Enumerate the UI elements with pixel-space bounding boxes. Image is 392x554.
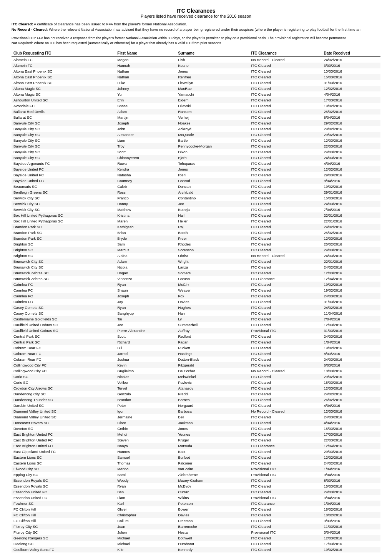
surname-cell: Kennedy (176, 547, 249, 552)
date-cell: 19/02/2016 (322, 547, 380, 552)
club-cell: Berwick City SC (12, 207, 115, 212)
club-cell: Goulburn Valley Suns FC (12, 547, 115, 552)
itc-clearance-cell: ITC Cleared (249, 74, 322, 80)
surname-cell: Jackman (176, 420, 249, 426)
date-cell: 10/03/2016 (322, 68, 380, 74)
date-cell: 4/04/2016 (322, 91, 380, 97)
date-cell: 11/04/2016 (322, 310, 380, 316)
date-cell: 22/03/2016 (322, 437, 380, 443)
table-row: East Brighton United FCNaoyaMatsudaITC C… (12, 443, 380, 449)
date-cell: 24/03/2016 (322, 293, 380, 299)
first-name-cell: Johnny (115, 86, 176, 91)
col-date-received: Date Received (322, 50, 380, 57)
table-row: Brunswick City SCAdamWrightITC Cleared22… (12, 259, 380, 264)
table-row: Goulburn Valley Suns FCKileKennedyITC Cl… (12, 547, 380, 552)
table-row: Brunswick City SCNicolaLanzaITC Cleared2… (12, 264, 380, 270)
itc-clearance-cell: ITC Cleared (249, 357, 322, 362)
surname-cell: van Zelm (176, 466, 249, 472)
first-name-cell: Jermaine (115, 414, 176, 420)
first-name-cell: Kristina (115, 212, 176, 218)
itc-clearance-cell: ITC Cleared (249, 437, 322, 443)
table-row: Elwood City SCMennovan ZelmProvisional I… (12, 466, 380, 472)
date-cell: 24/03/2016 (322, 489, 380, 495)
surname-cell: Auffray (176, 328, 249, 333)
date-cell: 6/03/2016 (322, 362, 380, 368)
surname-cell: Coraso (176, 276, 249, 282)
clearances-table: Club Requesting ITC First Name Surname I… (12, 50, 380, 554)
date-cell: 24/03/2016 (322, 247, 380, 253)
first-name-cell: Richard (115, 339, 176, 345)
first-name-cell: Caleb (115, 184, 176, 189)
legend-section: ITC Cleared: A certificate of clearance … (12, 22, 380, 33)
itc-clearance-cell: ITC Clearance (249, 443, 322, 449)
itc-clearance-cell: ITC Cleared (249, 287, 322, 293)
first-name-cell: Jay (115, 299, 176, 305)
first-name-cell: Joseph (115, 293, 176, 299)
table-row: Berwick City SCDannyJeeITC Cleared24/03/… (12, 201, 380, 207)
col-first-name: First Name (115, 50, 176, 57)
date-cell: 17/03/2016 (322, 541, 380, 547)
surname-cell: Keane (176, 63, 249, 68)
itc-clearance-cell: ITC Cleared (249, 351, 322, 357)
first-name-cell: Ben (115, 489, 176, 495)
first-name-cell: Tervel (115, 385, 176, 391)
club-cell: Corio SC (12, 380, 115, 385)
surname-cell: Curran (176, 489, 249, 495)
club-cell: Banyule City SC (12, 126, 115, 132)
club-cell: Bayside Argonauts FC (12, 161, 115, 166)
itc-clearance-cell: ITC Cleared (249, 189, 322, 195)
itc-cleared-label: ITC Cleared: (12, 22, 33, 26)
surname-cell: Redford (176, 333, 249, 339)
date-cell: 29/02/2016 (322, 120, 380, 126)
surname-cell: Dixon (176, 149, 249, 155)
itc-clearance-cell: ITC Cleared (249, 426, 322, 431)
itc-clearance-cell: ITC Cleared (249, 264, 322, 270)
date-cell: 12/04/2016 (322, 443, 380, 449)
club-cell: Collingwood City FC (12, 368, 115, 374)
date-cell: 3/04/2016 (322, 495, 380, 501)
table-row: Cairnlea FCJosephFoxITC Cleared24/03/201… (12, 293, 380, 299)
surname-cell: Jones (176, 166, 249, 172)
first-name-cell: Kathigesh (115, 224, 176, 230)
itc-clearance-cell: ITC Cleared (249, 132, 322, 138)
first-name-cell: Ruwai (115, 161, 176, 166)
club-cell: Banyule City SC (12, 155, 115, 161)
surname-cell: Han (176, 310, 249, 316)
itc-clearance-cell: ITC Cleared (249, 345, 322, 351)
first-name-cell: Erin (115, 97, 176, 103)
first-name-cell: Mehdi (115, 431, 176, 437)
page-subtitle: Players listed have received clearance f… (12, 14, 380, 18)
club-cell: Banyule City SC (12, 132, 115, 138)
date-cell: 3/03/2016 (322, 518, 380, 524)
table-row: Cairnlea FCRyanMcGirrITC Cleared19/02/20… (12, 282, 380, 287)
itc-clearance-cell: ITC Cleared (249, 322, 322, 328)
date-cell: 8/03/2016 (322, 351, 380, 357)
date-cell: 29/03/2016 (322, 172, 380, 178)
page-title: ITC Clearances (12, 8, 380, 14)
club-cell: Altona East Phoenix SC (12, 74, 115, 80)
first-name-cell: Sam (115, 241, 176, 247)
first-name-cell: Ross (115, 189, 176, 195)
surname-cell: McEvoy (176, 483, 249, 489)
date-cell: 17/03/2016 (322, 431, 380, 437)
table-row: Diamond Valley United SCIgorBarbosaNo Re… (12, 408, 380, 414)
surname-cell: Maxey-Graham (176, 478, 249, 483)
first-name-cell: Tai (115, 316, 176, 322)
first-name-cell: Juan (115, 524, 176, 529)
itc-clearance-cell: ITC Cleared (249, 380, 322, 385)
club-cell: Essendon United FC (12, 495, 115, 501)
first-name-cell: Joshua (115, 357, 176, 362)
col-surname: Surname (176, 50, 249, 57)
table-row: Banyule City SCScottDixonITC Cleared24/0… (12, 149, 380, 155)
club-cell: Cobram Roar FC (12, 357, 115, 362)
club-cell: Box Hill United Pythagoras SC (12, 218, 115, 224)
club-cell: East Brighton United FC (12, 443, 115, 449)
date-cell: 24/03/2016 (322, 253, 380, 259)
itc-clearance-cell: ITC Cleared (249, 362, 322, 368)
table-row: Alamein FCHannahKeaneITC Cleared3/03/201… (12, 63, 380, 68)
first-name-cell: Alexander (115, 132, 176, 138)
table-row: Fowkner SCKarlPetersonITC Clearance1/04/… (12, 501, 380, 506)
table-row: Banyule City SCTroyPennycooke-MorganITC … (12, 143, 380, 149)
table-row: Cobram Roar FCJoshuaDutton-BlackITC Clea… (12, 357, 380, 362)
first-name-cell: Brian (115, 230, 176, 236)
